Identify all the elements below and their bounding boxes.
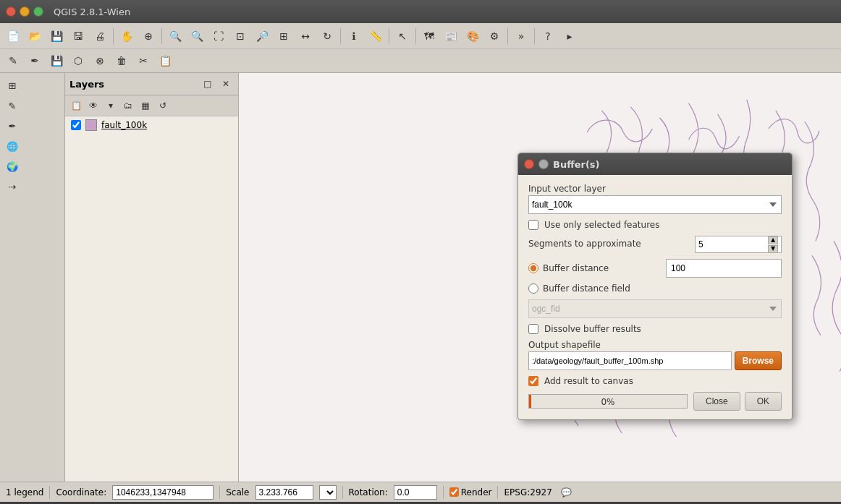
extra-icon[interactable]: ▸ <box>559 26 580 46</box>
coordinate-label: Coordinate: <box>56 487 106 497</box>
edit-icon-2[interactable]: ✒ <box>25 51 45 71</box>
save-edit-icon[interactable]: 💾 <box>46 51 67 71</box>
delete-icon[interactable]: 🗑 <box>111 51 132 71</box>
digitize-icon-2[interactable]: ⊗ <box>90 51 110 71</box>
map-area[interactable]: Buffer(s) Input vector layer fault_100k <box>239 73 841 482</box>
status-sep-1 <box>49 486 50 499</box>
segments-spinbox[interactable]: ▲ ▼ <box>695 236 782 253</box>
use-selected-label: Use only selected features <box>544 220 659 230</box>
window-controls[interactable] <box>6 7 43 17</box>
close-button[interactable]: Close <box>693 392 740 411</box>
output-section: Output shapefile Browse <box>528 340 782 370</box>
spinbox-up-arrow[interactable]: ▲ <box>768 236 778 244</box>
select-icon[interactable]: ↖ <box>392 26 413 46</box>
processing-icon[interactable]: ⚙ <box>484 26 504 46</box>
output-label: Output shapefile <box>528 340 782 350</box>
layers-toolbar: 📋 👁 ▾ 🗂 ▦ ↺ <box>65 95 238 116</box>
edit-pencil-icon[interactable]: ✎ <box>3 51 23 71</box>
side-icon-5[interactable]: 🌍 <box>3 157 22 176</box>
render-label: Render <box>461 487 492 497</box>
new-file-icon[interactable]: 📄 <box>3 26 23 46</box>
refresh-icon[interactable]: ↻ <box>317 26 337 46</box>
coordinate-input[interactable] <box>112 485 214 500</box>
output-path-input[interactable] <box>528 351 732 370</box>
add-result-checkbox[interactable] <box>528 376 538 386</box>
zoom-layer-icon[interactable]: ⊡ <box>230 26 250 46</box>
buffer-distance-radio-row: Buffer distance <box>528 259 782 278</box>
input-layer-select[interactable]: fault_100k <box>528 195 782 214</box>
add-layer-icon[interactable]: 📋 <box>68 98 84 114</box>
atlas-icon[interactable]: 🗺 <box>419 26 439 46</box>
dialog-titlebar: Buffer(s) <box>518 153 792 175</box>
layer-item[interactable]: fault_100k <box>65 116 238 134</box>
status-sep-2 <box>219 486 220 499</box>
refresh-layers-icon[interactable]: ↺ <box>155 98 171 114</box>
close-window-button[interactable] <box>6 7 16 17</box>
use-selected-checkbox[interactable] <box>528 220 538 230</box>
dialog-close-button[interactable] <box>524 159 534 169</box>
epsg-label: EPSG:2927 <box>504 487 551 497</box>
side-icon-4[interactable]: 🌐 <box>3 137 22 155</box>
pan-map-icon[interactable]: ↔ <box>295 26 316 46</box>
progress-bar-container: 0% <box>528 394 688 409</box>
scale-dropdown[interactable] <box>319 485 337 500</box>
side-icon-6[interactable]: ⇢ <box>3 177 22 196</box>
side-icon-2[interactable]: ✎ <box>3 96 22 115</box>
layers-minimize-icon[interactable]: □ <box>200 76 216 92</box>
measure-icon[interactable]: 📏 <box>365 26 386 46</box>
filter-icon[interactable]: ▾ <box>103 98 119 114</box>
rotation-input[interactable] <box>394 485 437 500</box>
cut-icon[interactable]: ✂ <box>133 51 153 71</box>
zoom-actual-icon[interactable]: ⊞ <box>274 26 294 46</box>
spinbox-down-arrow[interactable]: ▼ <box>768 245 778 253</box>
buffer-field-radio-row: Buffer distance field <box>528 283 782 294</box>
pan-icon[interactable]: ✋ <box>117 26 137 46</box>
toolbar-row-1: 📄 📂 💾 🖫 🖨 ✋ ⊕ 🔍 🔍 ⛶ ⊡ 🔎 ⊞ ↔ ↻ ℹ 📏 ↖ 🗺 📰 … <box>0 23 841 49</box>
toolbar-sep-2 <box>161 28 162 44</box>
buffer-field-select[interactable]: ogc_fid <box>528 299 782 318</box>
style-icon[interactable]: 🎨 <box>462 26 483 46</box>
input-layer-label: Input vector layer <box>528 184 782 194</box>
more-icon[interactable]: » <box>511 26 531 46</box>
eye-icon[interactable]: 👁 <box>85 98 101 114</box>
segments-input[interactable] <box>698 239 756 249</box>
browse-button[interactable]: Browse <box>735 351 782 370</box>
layer-name: fault_100k <box>101 120 147 130</box>
side-icon-3[interactable]: ✒ <box>3 116 22 135</box>
buffer-distance-input[interactable] <box>666 259 782 278</box>
zoom-full-icon[interactable]: ⛶ <box>208 26 229 46</box>
dialog-minimize-button[interactable] <box>538 159 549 169</box>
layer-visibility-checkbox[interactable] <box>71 120 81 130</box>
buffer-field-radio[interactable] <box>528 283 538 294</box>
toolbar-sep-7 <box>534 28 535 44</box>
save-as-icon[interactable]: 🖫 <box>68 26 88 46</box>
segments-label: Segments to approximate <box>528 239 641 249</box>
ok-button[interactable]: OK <box>745 392 782 411</box>
buffer-distance-radio[interactable] <box>528 263 538 273</box>
scale-input[interactable] <box>255 485 313 500</box>
layers-header: Layers □ ✕ <box>65 73 238 95</box>
buffer-field-label: Buffer distance field <box>543 283 630 294</box>
zoom-select-icon[interactable]: 🔎 <box>252 26 272 46</box>
render-checkbox[interactable] <box>449 487 459 497</box>
side-icon-1[interactable]: ⊞ <box>3 76 22 95</box>
layers-icon-extra[interactable]: ▦ <box>138 98 153 114</box>
print-icon[interactable]: 🖨 <box>90 26 110 46</box>
help-icon[interactable]: ? <box>538 26 558 46</box>
layers-close-icon[interactable]: ✕ <box>218 76 234 92</box>
composer-icon[interactable]: 📰 <box>441 26 461 46</box>
status-sep-5 <box>497 486 498 499</box>
identify-icon[interactable]: ℹ <box>344 26 364 46</box>
add-result-row: Add result to canvas <box>528 376 782 386</box>
node-tool-icon[interactable]: ⬡ <box>68 51 88 71</box>
minimize-window-button[interactable] <box>20 7 30 17</box>
zoom-out-icon[interactable]: 🔍 <box>187 26 207 46</box>
dissolve-checkbox[interactable] <box>528 324 538 334</box>
digitize-icon[interactable]: ⊕ <box>138 26 159 46</box>
open-file-icon[interactable]: 📂 <box>25 26 45 46</box>
maximize-window-button[interactable] <box>33 7 43 17</box>
copy-icon[interactable]: 📋 <box>155 51 175 71</box>
zoom-in-icon[interactable]: 🔍 <box>165 26 185 46</box>
save-icon[interactable]: 💾 <box>46 26 67 46</box>
group-icon[interactable]: 🗂 <box>120 98 136 114</box>
